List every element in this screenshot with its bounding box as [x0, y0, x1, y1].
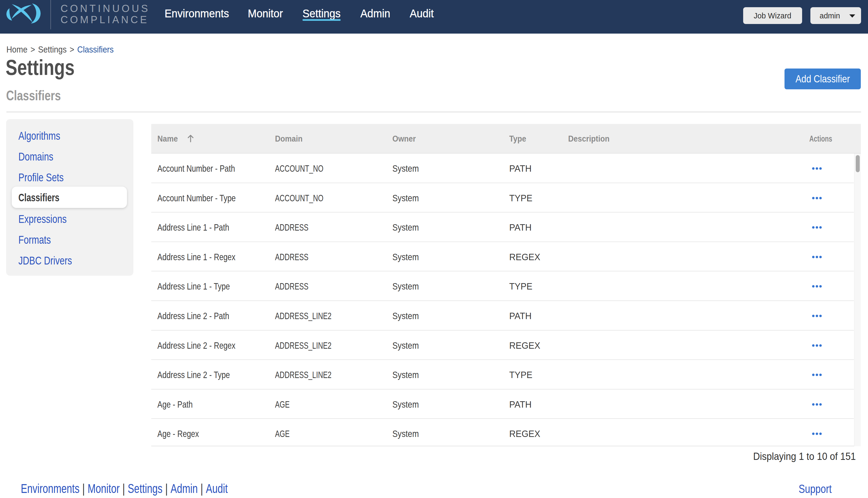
cell-type: REGEX: [509, 242, 565, 271]
cell-owner: System: [392, 301, 507, 330]
cell-actions: [809, 212, 854, 241]
row-actions-menu-icon[interactable]: [812, 315, 823, 317]
table-row[interactable]: Address Line 1 - Path ADDRESS System PAT…: [151, 212, 854, 242]
sidebar-item-jdbc-drivers[interactable]: JDBC Drivers: [18, 254, 72, 267]
breadcrumb-settings[interactable]: Settings: [38, 44, 67, 54]
cell-domain: ACCOUNT_NO: [275, 154, 390, 182]
footer-separator: |: [165, 482, 168, 496]
nav-item-audit[interactable]: Audit: [410, 8, 435, 19]
row-actions-menu-icon[interactable]: [812, 255, 823, 258]
cell-actions: [809, 183, 854, 212]
sidebar-item-domains[interactable]: Domains: [18, 150, 53, 163]
cell-owner: System: [392, 212, 507, 241]
add-classifier-button[interactable]: Add Classifier: [785, 68, 861, 89]
cell-actions: [809, 419, 854, 446]
footer-separator: |: [82, 482, 85, 496]
table-row[interactable]: Address Line 1 - Type ADDRESS System TYP…: [151, 271, 854, 301]
sidebar-item-formats[interactable]: Formats: [18, 234, 51, 246]
cell-owner: System: [392, 183, 507, 212]
brand-line2: COMPLIANCE: [61, 14, 150, 25]
footer-link-admin[interactable]: Admin: [170, 482, 198, 496]
nav-item-admin[interactable]: Admin: [360, 8, 392, 19]
table-row[interactable]: Age - Path AGE System PATH: [151, 390, 854, 419]
classifiers-table: Name Domain Owner Type Description Actio…: [151, 124, 861, 446]
table-row[interactable]: Age - Regex AGE System REGEX: [151, 419, 854, 446]
footer-support-link[interactable]: Support: [799, 482, 832, 496]
cell-name: Address Line 1 - Type: [157, 271, 272, 300]
sidebar-item-profile-sets[interactable]: Profile Sets: [18, 171, 64, 184]
breadcrumb-separator: >: [69, 44, 74, 54]
settings-sidebar: Algorithms Domains Profile Sets Classifi…: [6, 119, 133, 276]
cell-name: Address Line 2 - Path: [157, 301, 272, 330]
cell-domain: ADDRESS_LINE2: [275, 331, 390, 359]
column-header-owner[interactable]: Owner: [392, 124, 507, 153]
cell-owner: System: [392, 360, 507, 389]
table-row[interactable]: Address Line 1 - Regex ADDRESS System RE…: [151, 242, 854, 272]
row-actions-menu-icon[interactable]: [812, 167, 823, 170]
breadcrumb-classifiers[interactable]: Classifiers: [77, 44, 114, 54]
row-actions-menu-icon[interactable]: [812, 344, 823, 347]
row-actions-menu-icon[interactable]: [812, 226, 823, 229]
sidebar-item-classifiers[interactable]: Classifiers: [18, 191, 60, 204]
cell-type: REGEX: [509, 419, 565, 446]
table-row[interactable]: Address Line 2 - Path ADDRESS_LINE2 Syst…: [151, 301, 854, 331]
cell-type: REGEX: [509, 331, 565, 359]
cell-description: [568, 331, 806, 359]
active-nav-underline: [302, 19, 341, 21]
row-actions-menu-icon[interactable]: [812, 374, 823, 376]
cell-name: Address Line 1 - Path: [157, 212, 272, 241]
cell-name: Age - Path: [157, 390, 272, 418]
footer-link-monitor[interactable]: Monitor: [88, 482, 119, 496]
column-header-type[interactable]: Type: [509, 124, 565, 153]
row-actions-menu-icon[interactable]: [812, 285, 823, 288]
cell-description: [568, 390, 806, 418]
cell-type: PATH: [509, 390, 565, 418]
table-row[interactable]: Address Line 2 - Regex ADDRESS_LINE2 Sys…: [151, 331, 854, 360]
cell-owner: System: [392, 331, 507, 359]
cell-type: PATH: [509, 212, 565, 241]
job-wizard-button[interactable]: Job Wizard: [743, 7, 802, 24]
cell-type: PATH: [509, 301, 565, 330]
column-header-description[interactable]: Description: [568, 124, 806, 153]
table-body: Account Number - Path ACCOUNT_NO System …: [151, 154, 861, 446]
row-actions-menu-icon[interactable]: [812, 432, 823, 435]
nav-item-settings[interactable]: Settings: [302, 8, 343, 19]
nav-item-monitor[interactable]: Monitor: [248, 8, 285, 19]
sidebar-item-expressions[interactable]: Expressions: [18, 213, 67, 225]
footer-separator: |: [200, 482, 203, 496]
table-row[interactable]: Account Number - Type ACCOUNT_NO System …: [151, 183, 854, 213]
table-row[interactable]: Address Line 2 - Type ADDRESS_LINE2 Syst…: [151, 360, 854, 390]
nav-item-environments[interactable]: Environments: [165, 8, 233, 19]
cell-actions: [809, 301, 854, 330]
column-header-name[interactable]: Name: [157, 124, 272, 153]
cell-actions: [809, 390, 854, 418]
user-menu-button[interactable]: admin: [811, 7, 861, 24]
cell-actions: [809, 154, 854, 182]
cell-description: [568, 271, 806, 300]
breadcrumb-home[interactable]: Home: [7, 44, 27, 54]
row-actions-menu-icon[interactable]: [812, 403, 823, 406]
cell-description: [568, 242, 806, 271]
footer-link-settings[interactable]: Settings: [128, 482, 163, 496]
cell-name: Address Line 2 - Type: [157, 360, 272, 389]
cell-domain: ADDRESS: [275, 212, 390, 241]
breadcrumb-separator: >: [30, 44, 35, 54]
cell-actions: [809, 242, 854, 271]
cell-owner: System: [392, 154, 507, 182]
table-row[interactable]: Account Number - Path ACCOUNT_NO System …: [151, 154, 854, 183]
cell-type: PATH: [509, 154, 565, 182]
sort-ascending-icon: [187, 134, 194, 143]
cell-description: [568, 154, 806, 182]
caret-down-icon: [849, 14, 855, 17]
footer-link-audit[interactable]: Audit: [206, 482, 228, 496]
delphix-logo-icon[interactable]: [6, 3, 42, 24]
table-scrollbar-thumb[interactable]: [856, 155, 860, 172]
cell-actions: [809, 360, 854, 389]
footer-separator: |: [122, 482, 125, 496]
row-actions-menu-icon[interactable]: [812, 197, 823, 199]
table-scrollbar-track[interactable]: [854, 154, 861, 446]
column-header-domain[interactable]: Domain: [275, 124, 390, 153]
top-navbar: CONTINUOUS COMPLIANCE Environments Monit…: [0, 0, 868, 34]
sidebar-item-algorithms[interactable]: Algorithms: [18, 130, 60, 142]
footer-link-environments[interactable]: Environments: [21, 482, 79, 496]
